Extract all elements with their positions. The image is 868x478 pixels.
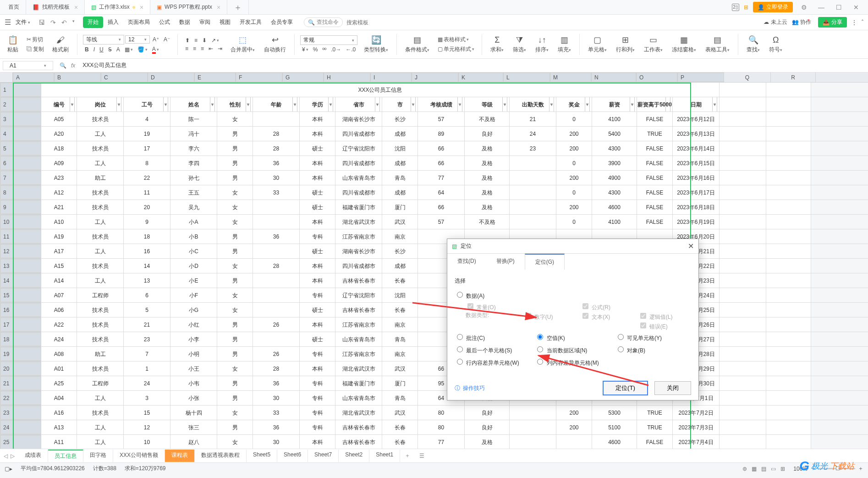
data-cell[interactable]: 吉林省长春市: [335, 303, 382, 317]
menu-视图[interactable]: 视图: [215, 17, 235, 28]
data-cell[interactable]: 89: [418, 127, 465, 141]
data-cell[interactable]: 厦门: [382, 200, 418, 214]
data-cell[interactable]: A23: [41, 171, 77, 185]
data-cell[interactable]: 长春: [382, 435, 418, 449]
filter-button[interactable]: ⧩筛选▾: [510, 34, 529, 55]
data-cell[interactable]: [720, 347, 766, 361]
data-cell[interactable]: 专科: [300, 406, 335, 420]
data-cell[interactable]: FALSE: [637, 141, 673, 156]
data-cell[interactable]: [766, 244, 811, 258]
data-cell[interactable]: [253, 288, 300, 302]
sheet-tab[interactable]: XXX公司销售额: [113, 450, 165, 462]
record-icon[interactable]: ▢▸: [5, 466, 12, 472]
data-cell[interactable]: 2023年7月4日: [673, 435, 720, 449]
header-cell[interactable]: 性别: [217, 97, 253, 111]
zoom-in-icon[interactable]: ＋: [858, 465, 863, 472]
data-cell[interactable]: 技术员: [77, 317, 124, 332]
data-cell[interactable]: 工程师: [77, 376, 124, 390]
data-cell[interactable]: [720, 112, 766, 126]
col-header[interactable]: C: [101, 72, 148, 82]
align-top-icon[interactable]: ⬆: [183, 37, 192, 44]
header-cell[interactable]: 日期: [673, 97, 720, 111]
col-header[interactable]: F: [236, 72, 282, 82]
format-painter-button[interactable]: 🖌格式刷: [49, 34, 71, 55]
data-cell[interactable]: 四川省成都市: [335, 259, 382, 273]
tabletool-button[interactable]: ▤表格工具▾: [703, 34, 732, 55]
data-cell[interactable]: [766, 141, 811, 156]
header-cell[interactable]: 考核成绩: [418, 97, 465, 111]
data-cell[interactable]: 厦门: [382, 376, 418, 390]
row-header[interactable]: 24: [0, 420, 41, 434]
data-cell[interactable]: 30: [253, 391, 300, 405]
data-cell[interactable]: 长沙: [382, 112, 418, 126]
data-cell[interactable]: 小韦: [170, 376, 217, 390]
col-header[interactable]: J: [412, 72, 458, 82]
data-cell[interactable]: 湖北省武汉市: [335, 361, 382, 376]
data-cell[interactable]: 及格: [465, 185, 510, 200]
sheet-last-icon[interactable]: ▷: [11, 453, 15, 459]
data-cell[interactable]: 及格: [465, 156, 510, 170]
data-cell[interactable]: 湖南省长沙市: [335, 112, 382, 126]
data-cell[interactable]: A11: [41, 435, 77, 449]
sheet-menu-icon[interactable]: ☰: [415, 451, 429, 461]
table-style-button[interactable]: ▦表格样式▾: [436, 35, 476, 44]
data-cell[interactable]: 技术员: [77, 259, 124, 273]
data-cell[interactable]: 吴九: [170, 200, 217, 214]
row-header[interactable]: 13: [0, 259, 41, 273]
col-header[interactable]: I: [370, 72, 412, 82]
new-doctab[interactable]: ＋: [227, 0, 249, 14]
data-cell[interactable]: [766, 112, 811, 126]
data-cell[interactable]: 江苏省南京市: [335, 229, 382, 244]
data-cell[interactable]: 2023年6月15日: [673, 156, 720, 170]
empty-cell[interactable]: [766, 83, 811, 97]
data-cell[interactable]: 本科: [300, 171, 335, 185]
name-box[interactable]: A1▾: [3, 61, 53, 70]
data-cell[interactable]: 5400: [592, 127, 637, 141]
data-cell[interactable]: 14: [124, 259, 170, 273]
data-cell[interactable]: 4900: [592, 171, 637, 185]
data-cell[interactable]: 小C: [170, 244, 217, 258]
data-cell[interactable]: 工人: [77, 420, 124, 434]
data-cell[interactable]: [766, 303, 811, 317]
col-header[interactable]: P: [677, 72, 724, 82]
sheet-tab[interactable]: Sheet7: [308, 450, 339, 462]
percent-icon[interactable]: %: [311, 46, 320, 53]
data-cell[interactable]: 及格: [465, 141, 510, 156]
merge-cells-button[interactable]: ⬚合并居中▾: [228, 34, 258, 55]
data-cell[interactable]: 男: [217, 317, 253, 332]
data-cell[interactable]: [720, 185, 766, 200]
data-cell[interactable]: 小张: [170, 391, 217, 405]
data-cell[interactable]: 硕士: [300, 141, 335, 156]
data-cell[interactable]: 小D: [170, 259, 217, 273]
data-cell[interactable]: [253, 303, 300, 317]
header-cell[interactable]: 薪资: [592, 97, 637, 111]
data-cell[interactable]: [510, 435, 556, 449]
data-cell[interactable]: 28: [253, 259, 300, 273]
data-cell[interactable]: 66: [418, 200, 465, 214]
data-cell[interactable]: 辽宁省沈阳市: [335, 141, 382, 156]
data-cell[interactable]: 男: [217, 273, 253, 288]
data-cell[interactable]: 湖北省武汉市: [335, 406, 382, 420]
data-cell[interactable]: [766, 376, 811, 390]
data-cell[interactable]: 64: [418, 185, 465, 200]
data-cell[interactable]: A15: [41, 259, 77, 273]
menu-页面布局[interactable]: 页面布局: [123, 17, 154, 28]
spreadsheet-grid[interactable]: ABCDEFGHIJKLMNOPQR 1XXX公司员工信息2编号岗位工号姓名性别…: [0, 72, 868, 449]
radio-comment[interactable]: 批注(C): [455, 333, 530, 342]
data-cell[interactable]: A25: [41, 376, 77, 390]
data-cell[interactable]: 12: [124, 420, 170, 434]
data-cell[interactable]: 4600: [592, 435, 637, 449]
collab-button[interactable]: 👥 协作●: [792, 18, 813, 26]
close-button[interactable]: 关闭: [654, 381, 691, 395]
row-header[interactable]: 23: [0, 406, 41, 420]
data-cell[interactable]: A09: [41, 156, 77, 170]
sheet-tab[interactable]: 成绩表: [18, 450, 48, 462]
data-cell[interactable]: [766, 317, 811, 332]
italic-icon[interactable]: I: [92, 46, 97, 53]
data-cell[interactable]: [766, 273, 811, 288]
row-header[interactable]: 6: [0, 156, 41, 170]
data-cell[interactable]: [766, 156, 811, 170]
data-cell[interactable]: 36: [253, 229, 300, 244]
data-cell[interactable]: 技术员: [77, 229, 124, 244]
data-cell[interactable]: [766, 332, 811, 346]
